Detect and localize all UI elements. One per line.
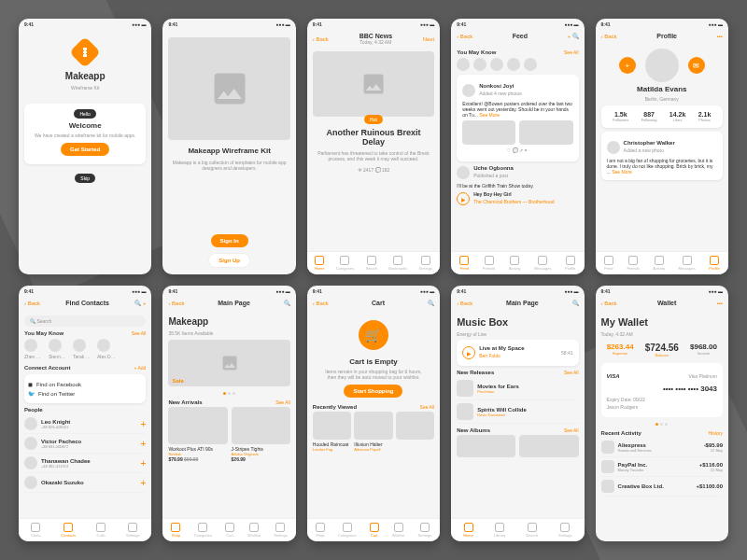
signup-button[interactable]: Sign Up [208,253,250,268]
next-button[interactable]: Next [423,36,434,42]
tab-categories[interactable]: Categories [336,256,354,271]
more-button[interactable]: ••• [717,34,723,39]
facebook-connect[interactable]: ◼ Find on Facebook [28,381,142,387]
skip-button[interactable]: Skip [75,174,95,183]
back-button[interactable]: ‹ Back [457,34,472,39]
transaction-item[interactable]: PayPal Inc.Money Transfer+$116.0022 May [601,457,723,477]
contact-item[interactable]: Victor Pacheco+38 831-560872+ [24,434,146,454]
album-item[interactable]: Movies for EarsParchman [457,377,578,400]
tab-categories[interactable]: Categories [194,523,212,538]
signin-button[interactable]: Sign In [211,234,248,247]
post-author-2[interactable]: Uche Ogbonna [473,165,514,171]
back-button[interactable]: ‹ Back [601,34,617,39]
brand-subtitle: Wireframe Kit [24,85,146,91]
wallet-brand: My Wallet [601,316,723,328]
search-icon[interactable]: 🔍 [428,300,434,306]
back-button[interactable]: ‹ Back [457,301,472,306]
back-button[interactable]: ‹ Back [601,301,617,306]
article-source: BBC News [359,33,392,39]
see-all-link[interactable]: See All [275,399,290,405]
tab-shop[interactable]: Shop [171,523,180,538]
hero-banner[interactable]: Sale [168,340,289,386]
tab-settings[interactable]: Settings [558,523,571,538]
tab-cart[interactable]: Cart [370,523,379,538]
tab-messages[interactable]: Messages [534,256,551,271]
screen-profile: 9:41●●● ▬ ‹ Back Profile ••• + ✉ Matilda… [596,19,728,274]
see-all-link[interactable]: See All [132,330,147,336]
transaction-item[interactable]: Creative Box Ltd.+$1100.00 [601,477,723,497]
product-card[interactable]: Workout Plus ATI 90sReebok$79.99 $99.99 [168,407,227,462]
back-button[interactable]: ‹ Back [24,301,40,306]
see-more-link[interactable]: See More [479,112,500,118]
product-card[interactable]: Illusion HalterAdrianna Papell [354,412,392,452]
transaction-item[interactable]: AliexpressGoods and Services-$95.9922 Ma… [601,438,723,457]
back-button[interactable]: ‹ Back [168,301,184,306]
play-icon[interactable]: ▶ [462,346,475,359]
play-icon[interactable]: ▶ [457,192,470,205]
product-card[interactable]: J-Stripes TightsAdidas Originals$26.99 [232,407,290,462]
tab-bookmarks[interactable]: Bookmarks [388,256,407,271]
see-all-link[interactable]: See All [564,370,579,375]
add-button[interactable]: + [619,57,636,74]
product-card[interactable]: Hooded RaincoatLondon Fog [313,412,351,452]
tab-wishlist[interactable]: Wishlist [247,523,261,538]
history-link[interactable]: History [708,430,723,436]
kit-title: Makeapp Wireframe Kit [168,147,289,155]
profile-avatar[interactable] [645,49,679,82]
tab-library[interactable]: Library [494,523,505,538]
post-author[interactable]: Christopher Walker [624,140,675,146]
add-contact-icon[interactable]: + [141,419,147,429]
tab-settings[interactable]: Settings [418,523,431,538]
tab-friends[interactable]: Friends [483,256,495,271]
tab-search[interactable]: Search [365,256,377,271]
nav-bar: ‹ Back BBC NewsToday, 4:32 AM Next [307,30,440,48]
tab-messages[interactable]: Messages [679,256,696,271]
message-button[interactable]: ✉ [688,57,705,74]
status-bar: 9:41●●● ▬ [19,19,151,30]
add-search-actions[interactable]: + 🔍 [567,33,578,39]
tab-wishlist[interactable]: Wishlist [392,523,405,538]
tab-chats[interactable]: Chats [31,523,40,538]
contact-item[interactable]: Leo Knight+38 829-428501+ [24,414,146,434]
add-account-link[interactable]: + Add [134,365,146,371]
tab-categories[interactable]: Categories [338,523,356,538]
money-summary: $263.44Expense $724.56Balance $968.00Inc… [601,343,723,357]
back-button[interactable]: ‹ Back [313,301,329,306]
tab-feed[interactable]: Feed [459,256,469,271]
album-item[interactable]: Spirits Will CollideDevin Townsend [457,400,578,424]
back-button[interactable]: ‹ Back [313,36,329,42]
tab-feed[interactable]: Feed [604,256,613,271]
tab-home[interactable]: Home [315,256,325,271]
search-add-actions[interactable]: 🔍 + [134,300,146,306]
see-all-link[interactable]: See All [420,404,435,410]
tab-contacts[interactable]: Contacts [61,523,76,538]
post-author[interactable]: Nonkosi Joyi [479,83,522,89]
more-button[interactable]: ••• [717,301,723,306]
tab-cart[interactable]: Cart [225,523,234,538]
see-more-link[interactable]: See More [612,169,632,175]
tab-settings[interactable]: Settings [274,523,287,538]
tab-profile[interactable]: Profile [565,256,575,271]
tab-shop[interactable]: Shop [316,523,325,538]
tab-friends[interactable]: Friends [627,256,639,271]
product-card[interactable] [396,412,434,452]
tab-calls[interactable]: Calls [96,523,106,538]
search-icon[interactable]: 🔍 [572,300,579,306]
search-input[interactable]: 🔍 Search [24,315,146,327]
get-started-button[interactable]: Get Started [61,143,109,156]
contact-item[interactable]: Okazaki Suzuko+ [24,473,146,493]
tab-profile[interactable]: Profile [709,256,719,271]
tab-home[interactable]: Home [463,523,473,538]
twitter-connect[interactable]: 🐦 Find on Twitter [28,390,142,397]
credit-card[interactable]: VISAVisa Platinum •••• •••• •••• 3043 Ex… [601,363,723,417]
tab-settings[interactable]: Settings [126,523,139,538]
start-shopping-button[interactable]: Start Shopping [344,385,402,398]
now-playing[interactable]: ▶ Live at My SpaceBen Folds 58:41 [457,340,578,366]
tab-settings[interactable]: Settings [419,256,432,271]
tab-activity[interactable]: Activity [509,256,521,271]
tab-search[interactable]: Search [526,523,538,538]
search-icon[interactable]: 🔍 [284,300,290,306]
contact-item[interactable]: Thanawan Chadee+48 302-411974+ [24,454,146,473]
tab-activity[interactable]: Activity [653,256,665,271]
see-all-link[interactable]: See All [564,49,579,55]
